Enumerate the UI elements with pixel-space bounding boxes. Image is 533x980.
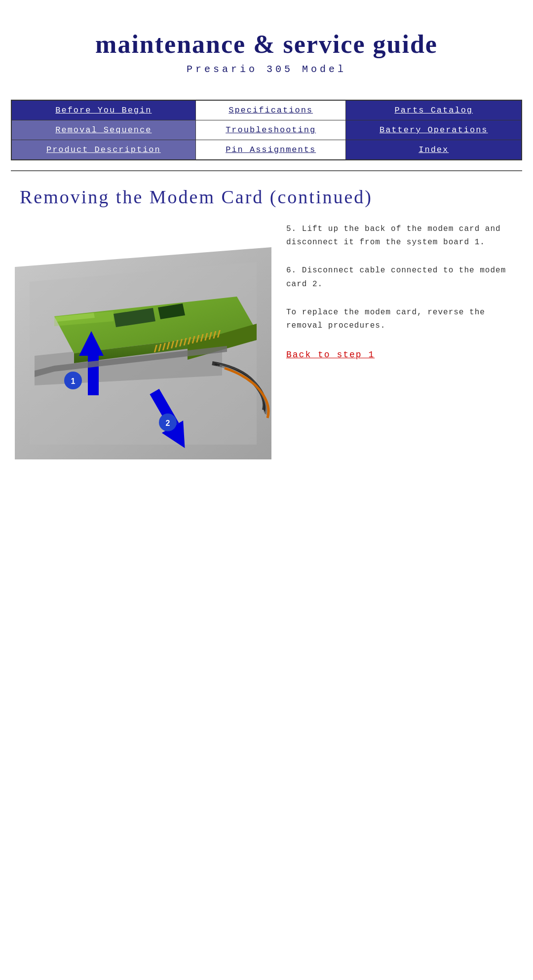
nav-row-3: Product Description Pin Assignments Inde… <box>11 140 522 160</box>
svg-text:2: 2 <box>166 419 170 427</box>
back-to-step-link[interactable]: Back to step 1 <box>286 350 375 360</box>
nav-cell-troubleshooting[interactable]: Troubleshooting <box>196 120 346 140</box>
back-link-container: Back to step 1 <box>286 347 518 363</box>
nav-link-troubleshooting[interactable]: Troubleshooting <box>226 125 316 135</box>
nav-cell-removal-sequence[interactable]: Removal Sequence <box>11 120 196 140</box>
nav-cell-index[interactable]: Index <box>346 140 522 160</box>
nav-cell-product-description[interactable]: Product Description <box>11 140 196 160</box>
nav-cell-pin-assignments[interactable]: Pin Assignments <box>196 140 346 160</box>
nav-link-pin-assignments[interactable]: Pin Assignments <box>226 145 316 154</box>
nav-link-removal-sequence[interactable]: Removal Sequence <box>55 125 152 135</box>
main-title: maintenance & service guide <box>10 30 523 59</box>
nav-cell-specifications[interactable]: Specifications <box>196 100 346 120</box>
nav-row-2: Removal Sequence Troubleshooting Battery… <box>11 120 522 140</box>
step5-text: 5. Lift up the back of the modem card an… <box>286 223 518 249</box>
nav-link-before-you-begin[interactable]: Before You Begin <box>55 106 152 115</box>
nav-link-battery-operations[interactable]: Battery Operations <box>380 125 488 135</box>
nav-link-specifications[interactable]: Specifications <box>228 106 313 115</box>
nav-cell-before-you-begin[interactable]: Before You Begin <box>11 100 196 120</box>
replace-text: To replace the modem card, reverse the r… <box>286 306 518 333</box>
nav-row-1: Before You Begin Specifications Parts Ca… <box>11 100 522 120</box>
svg-text:1: 1 <box>71 377 76 385</box>
modem-card-illustration: 1 2 <box>15 218 271 459</box>
instruction-text-area: 5. Lift up the back of the modem card an… <box>286 218 518 459</box>
subtitle: Presario 305 Model <box>10 64 523 75</box>
nav-link-parts-catalog[interactable]: Parts Catalog <box>394 106 473 115</box>
nav-link-index[interactable]: Index <box>419 145 449 154</box>
step6-text: 6. Disconnect cable connected to the mod… <box>286 264 518 291</box>
content-area: 1 2 5. Lift up the back of the modem car… <box>15 218 518 459</box>
nav-cell-parts-catalog[interactable]: Parts Catalog <box>346 100 522 120</box>
nav-link-product-description[interactable]: Product Description <box>46 145 161 154</box>
modem-card-image: 1 2 <box>15 218 271 459</box>
navigation-table: Before You Begin Specifications Parts Ca… <box>11 100 523 160</box>
divider <box>11 170 523 171</box>
header: maintenance & service guide Presario 305… <box>0 0 533 90</box>
nav-cell-battery-operations[interactable]: Battery Operations <box>346 120 522 140</box>
page-heading: Removing the Modem Card (continued) <box>20 186 513 208</box>
